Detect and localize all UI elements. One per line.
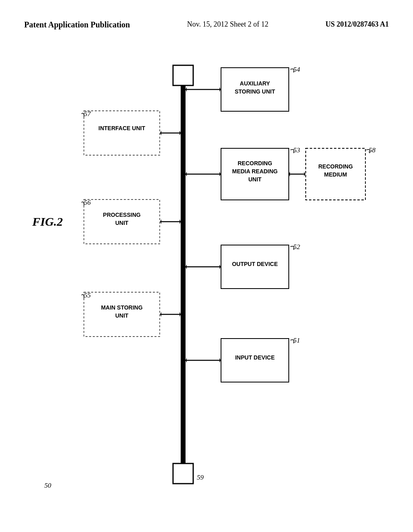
ref-52: 52: [293, 243, 300, 251]
ref-56: 56: [84, 199, 91, 206]
recording-media-label-line1: RECORDING: [238, 160, 272, 166]
recording-medium-label-line1: RECORDING: [318, 163, 353, 170]
bus-bottom-connector: [173, 463, 193, 484]
central-bus: [181, 73, 186, 472]
diagram-container: FIG.2 50 59 AUXILIARY STORING UNIT 54 RE…: [24, 56, 387, 500]
recording-media-label-line3: UNIT: [248, 176, 262, 183]
interface-unit-block: [84, 111, 160, 155]
bus-top-connector: [173, 65, 193, 85]
inp-arrow-left: [186, 358, 187, 363]
processing-unit-label-line1: PROCESSING: [103, 212, 140, 218]
out-arrow-left: [186, 264, 187, 269]
input-device-label: INPUT DEVICE: [235, 354, 275, 361]
patent-number-label: US 2012/0287463 A1: [325, 20, 389, 29]
interface-unit-label-line1: INTERFACE UNIT: [98, 125, 145, 131]
recording-medium-label-line2: MEDIUM: [324, 171, 347, 178]
proc-arrow-left: [160, 219, 161, 224]
iface-arrow-right: [179, 131, 181, 135]
date-sheet-label: Nov. 15, 2012 Sheet 2 of 12: [187, 20, 269, 29]
page-header: Patent Application Publication Nov. 15, …: [0, 0, 413, 29]
main-arrow-left: [160, 312, 161, 317]
auxiliary-storing-unit-label-line2: STORING UNIT: [235, 88, 275, 95]
aux-arrow-left: [186, 87, 187, 92]
out-arrow-right: [219, 264, 221, 269]
auxiliary-storing-unit-label-line1: AUXILIARY: [240, 80, 271, 87]
recording-media-label-line2: MEDIA READING: [232, 168, 277, 175]
ref-54: 54: [293, 66, 300, 73]
main-storing-unit-label-line2: UNIT: [115, 312, 129, 319]
ref-59: 59: [197, 474, 204, 481]
block-diagram-svg: FIG.2 50 59 AUXILIARY STORING UNIT 54 RE…: [24, 56, 387, 500]
inp-arrow-right: [219, 358, 221, 363]
main-arrow-right: [179, 312, 181, 317]
proc-arrow-right: [179, 219, 181, 224]
rec-arrow-left: [186, 172, 187, 177]
publication-label: Patent Application Publication: [24, 20, 130, 29]
rec-to-medium-arrow-right: [304, 172, 305, 177]
ref-55: 55: [84, 291, 91, 299]
iface-arrow-left: [160, 131, 161, 135]
main-storing-unit-label-line1: MAIN STORING: [101, 304, 142, 311]
aux-arrow-right: [219, 87, 221, 92]
ref-51: 51: [293, 337, 300, 344]
rec-arrow-right: [219, 172, 221, 177]
ref-57: 57: [84, 110, 92, 118]
ref-53: 53: [293, 146, 300, 154]
processing-unit-label-line2: UNIT: [115, 220, 129, 226]
output-device-label-line1: OUTPUT DEVICE: [232, 261, 278, 267]
system-ref-50: 50: [44, 482, 52, 489]
fig-label: FIG.2: [32, 215, 63, 228]
